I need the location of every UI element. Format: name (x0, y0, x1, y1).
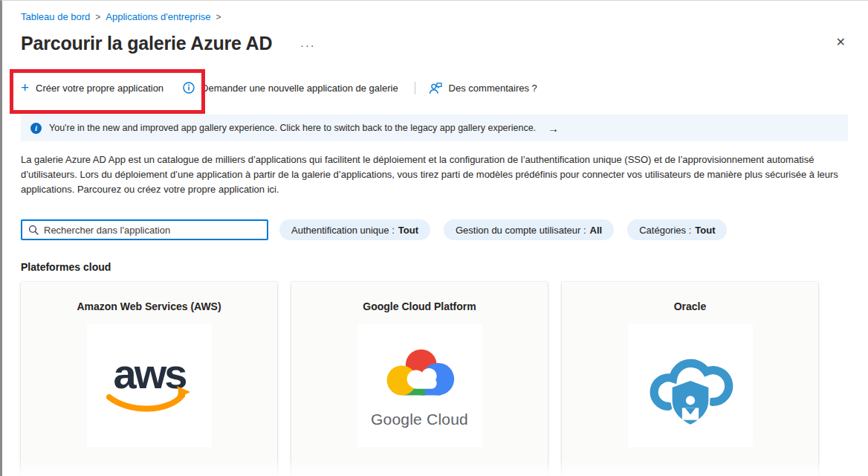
breadcrumb: Tableau de bord > Applications d'entrepr… (21, 11, 847, 22)
filter-categories-label: Catégories : (639, 225, 691, 236)
cloud-platform-cards: Amazon Web Services (AWS) aws Google Clo… (21, 282, 847, 476)
card-google-cloud[interactable]: Google Cloud Platform Google Cloud (291, 282, 548, 476)
close-icon[interactable]: ✕ (836, 36, 846, 48)
filter-user-account-value: All (590, 225, 603, 236)
breadcrumb-separator: > (95, 12, 100, 22)
filter-categories[interactable]: Catégories : Tout (627, 219, 727, 240)
feedback-label: Des commentaires ? (449, 83, 537, 94)
search-input[interactable] (44, 225, 261, 236)
create-own-app-label: Créer votre propre application (36, 83, 163, 94)
card-aws[interactable]: Amazon Web Services (AWS) aws (21, 282, 277, 476)
banner-text[interactable]: You're in the new and improved app galle… (49, 123, 536, 133)
info-banner: i You're in the new and improved app gal… (21, 115, 848, 141)
google-cloud-icon (380, 342, 460, 403)
request-new-app-button[interactable]: Demander une nouvelle application de gal… (183, 82, 398, 94)
section-title-cloud-platforms: Plateformes cloud (21, 261, 847, 273)
oracle-cloud-logo (628, 324, 753, 447)
svg-text:aws: aws (113, 350, 186, 397)
filter-sso[interactable]: Authentification unique : Tout (279, 219, 430, 240)
filter-user-account-label: Gestion du compte utilisateur : (456, 225, 586, 236)
breadcrumb-dashboard[interactable]: Tableau de bord (21, 11, 90, 22)
filter-user-account[interactable]: Gestion du compte utilisateur : All (444, 219, 614, 240)
info-filled-icon: i (30, 123, 42, 134)
toolbar-divider (415, 82, 415, 94)
request-new-app-label: Demander une nouvelle application de gal… (201, 83, 398, 94)
plus-icon: + (21, 80, 29, 94)
page-title: Parcourir la galerie Azure AD (21, 33, 272, 54)
search-icon (28, 225, 39, 235)
oracle-cloud-shield-icon (641, 337, 739, 434)
gallery-description: La galerie Azure AD App est un catalogue… (21, 152, 850, 197)
command-bar: + Créer votre propre application Demande… (21, 76, 847, 100)
card-oracle[interactable]: Oracle (562, 282, 818, 476)
filter-row: Authentification unique : Tout Gestion d… (21, 219, 847, 240)
browse-gallery-blade: Tableau de bord > Applications d'entrepr… (0, 0, 868, 476)
context-menu-icon[interactable]: ··· (300, 39, 315, 51)
filter-categories-value: Tout (695, 225, 715, 236)
feedback-person-icon (429, 82, 442, 94)
card-google-cloud-title: Google Cloud Platform (291, 300, 548, 312)
aws-logo: aws (87, 324, 212, 447)
card-aws-title: Amazon Web Services (AWS) (21, 300, 277, 312)
title-row: Parcourir la galerie Azure AD ··· (21, 29, 847, 54)
card-oracle-title: Oracle (562, 300, 818, 312)
create-own-app-button[interactable]: + Créer votre propre application (21, 82, 163, 94)
search-box[interactable] (21, 219, 268, 240)
google-cloud-wordmark: Google Cloud (371, 411, 468, 428)
banner-arrow-icon[interactable]: → (548, 122, 559, 135)
breadcrumb-separator: > (216, 12, 221, 22)
feedback-button[interactable]: Des commentaires ? (429, 82, 537, 94)
google-cloud-logo: Google Cloud (357, 324, 482, 447)
breadcrumb-enterprise-apps[interactable]: Applications d'entreprise (106, 11, 210, 22)
info-outline-icon (183, 82, 195, 94)
filter-sso-value: Tout (398, 225, 418, 236)
aws-logo-icon: aws (97, 347, 201, 424)
filter-sso-label: Authentification unique : (291, 225, 395, 236)
